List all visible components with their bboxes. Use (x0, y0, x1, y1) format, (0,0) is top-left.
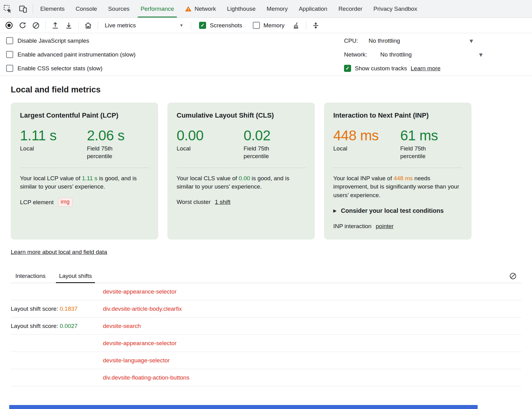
css-selector-stats-label[interactable]: Enable CSS selector stats (slow) (18, 65, 103, 72)
tab-console[interactable]: Console (70, 0, 103, 18)
view-mode-dropdown[interactable]: Live metrics ▼ (101, 19, 188, 32)
css-selector-stats-checkbox[interactable] (6, 65, 13, 72)
lcp-card-title: Largest Contentful Paint (LCP) (20, 111, 149, 120)
inp-description: Your local INP value of 448 ms needs imp… (333, 174, 462, 200)
cls-card-title: Cumulative Layout Shift (CLS) (177, 111, 306, 120)
screenshots-checkbox[interactable]: ✓ Screenshots (194, 22, 247, 29)
selected-row-strip (9, 405, 478, 409)
inp-card: Interaction to Next Paint (INP) 448 ms L… (324, 103, 471, 240)
shortcuts-button[interactable] (309, 19, 322, 32)
desc-text: Your local LCP value of (20, 175, 82, 181)
disable-js-samples-checkbox[interactable] (6, 37, 13, 44)
save-profile-button[interactable] (62, 19, 75, 32)
load-profile-button[interactable] (49, 19, 62, 32)
local-test-conditions-disclosure[interactable]: ▶ Consider your local test conditions (333, 206, 462, 215)
view-mode-value: Live metrics (105, 22, 136, 29)
cpu-label: CPU: (344, 37, 358, 44)
tab-label: Memory (267, 6, 288, 12)
desc-value: 1.11 s (82, 175, 97, 181)
tab-privacy-sandbox[interactable]: Privacy Sandbox (368, 0, 423, 18)
device-toolbar-icon (19, 5, 27, 13)
score-cell: Layout shift score: 0.1837 (11, 306, 103, 312)
desc-value: 0.00 (239, 175, 250, 181)
node-link[interactable]: div.devsite-floating-action-buttons (103, 374, 190, 381)
record-icon (5, 21, 13, 29)
tab-recorder[interactable]: Recorder (333, 0, 368, 18)
inp-interaction-row: INP interaction pointer (333, 222, 462, 231)
clear-button[interactable] (29, 19, 42, 32)
memory-checkbox[interactable]: Memory (248, 22, 290, 29)
vertical-collapse-icon (312, 21, 320, 29)
tab-network[interactable]: Network (179, 0, 221, 18)
desc-text: Your local CLS value of (177, 175, 239, 181)
layout-shift-row: Layout shift score: 0.1837 div.devsite-a… (11, 300, 521, 317)
tab-application[interactable]: Application (293, 0, 333, 18)
layout-shift-row: devsite-appearance-selector (11, 335, 521, 352)
triangle-right-icon: ▶ (333, 208, 337, 214)
tab-label: Recorder (338, 6, 362, 12)
block-icon (509, 272, 517, 280)
learn-more-field-data-link[interactable]: Learn more about local and field data (11, 249, 107, 255)
settings-row-2: Enable advanced paint instrumentation (s… (0, 48, 532, 61)
inp-local-value: 448 ms (333, 128, 400, 143)
screenshots-label: Screenshots (210, 22, 242, 29)
chevron-down-icon: ▼ (468, 38, 474, 44)
tab-label: Application (299, 6, 327, 12)
capture-settings-pane: Disable JavaScript samples CPU: No throt… (0, 33, 532, 76)
node-link[interactable]: devsite-search (103, 323, 141, 329)
toolbar-divider (191, 21, 191, 30)
brush-icon (292, 21, 300, 29)
live-metrics-home-button[interactable] (82, 19, 95, 32)
worst-cluster-row: Worst cluster 1 shift (177, 198, 306, 206)
cpu-throttling-select[interactable]: CPU: No throttling ▼ (344, 34, 532, 48)
layout-shift-row: devsite-appearance-selector (11, 283, 521, 300)
cls-local-value: 0.00 (177, 128, 244, 143)
layout-shift-row: Layout shift score: 0.0027 devsite-searc… (11, 317, 521, 335)
node-link[interactable]: devsite-language-selector (103, 357, 170, 364)
tab-interactions[interactable]: Interactions (15, 269, 45, 283)
card-divider (177, 168, 306, 168)
worst-cluster-label: Worst cluster (177, 198, 211, 206)
lcp-element-label: LCP element (20, 198, 54, 207)
custom-tracks-label[interactable]: Show custom tracks (355, 65, 407, 72)
inp-interaction-link[interactable]: pointer (376, 222, 393, 231)
inspect-element-button[interactable] (0, 0, 15, 18)
live-metrics-view: Local and field metrics Largest Contentf… (0, 76, 532, 409)
field-label: Field 75th percentile (400, 145, 436, 160)
toolbar-divider (78, 21, 79, 30)
desc-value: 448 ms (393, 175, 413, 181)
worst-cluster-link[interactable]: 1 shift (215, 198, 231, 206)
toolbar-divider (98, 21, 98, 30)
score-value: 0.1837 (60, 306, 77, 312)
clear-log-button[interactable] (509, 272, 517, 280)
disable-js-samples-label[interactable]: Disable JavaScript samples (18, 37, 89, 44)
tab-memory[interactable]: Memory (261, 0, 293, 18)
advanced-paint-label[interactable]: Enable advanced paint instrumentation (s… (18, 51, 135, 58)
page-title: Local and field metrics (11, 85, 521, 95)
node-link[interactable]: devsite-appearance-selector (103, 288, 177, 295)
node-link[interactable]: devsite-appearance-selector (103, 340, 177, 347)
tab-lighthouse[interactable]: Lighthouse (221, 0, 261, 18)
tab-elements[interactable]: Elements (35, 0, 70, 18)
layout-shift-row: div.devsite-floating-action-buttons (11, 369, 521, 386)
gc-button[interactable] (290, 19, 303, 32)
tab-sources[interactable]: Sources (103, 0, 135, 18)
reload-and-record-button[interactable] (16, 19, 29, 32)
device-toolbar-button[interactable] (15, 0, 31, 18)
tab-performance[interactable]: Performance (135, 0, 180, 18)
chevron-down-icon: ▼ (179, 23, 183, 27)
lcp-description: Your local LCP value of 1.11 s is good, … (20, 174, 149, 191)
card-divider (20, 168, 149, 168)
tab-layout-shifts[interactable]: Layout shifts (59, 269, 92, 283)
network-throttling-select[interactable]: Network: No throttling ▼ (344, 48, 532, 61)
score-label: Layout shift score: (11, 306, 60, 312)
toolbar-divider (306, 21, 306, 30)
lcp-element-node-link[interactable]: img (58, 198, 72, 207)
custom-tracks-checkbox[interactable]: ✓ (344, 65, 351, 72)
tab-label: Elements (40, 6, 65, 12)
settings-row-1: Disable JavaScript samples CPU: No throt… (0, 34, 532, 48)
node-link[interactable]: div.devsite-article-body.clearfix (103, 306, 182, 312)
learn-more-link[interactable]: Learn more (411, 65, 440, 72)
record-button[interactable] (2, 19, 15, 32)
advanced-paint-checkbox[interactable] (6, 51, 13, 58)
